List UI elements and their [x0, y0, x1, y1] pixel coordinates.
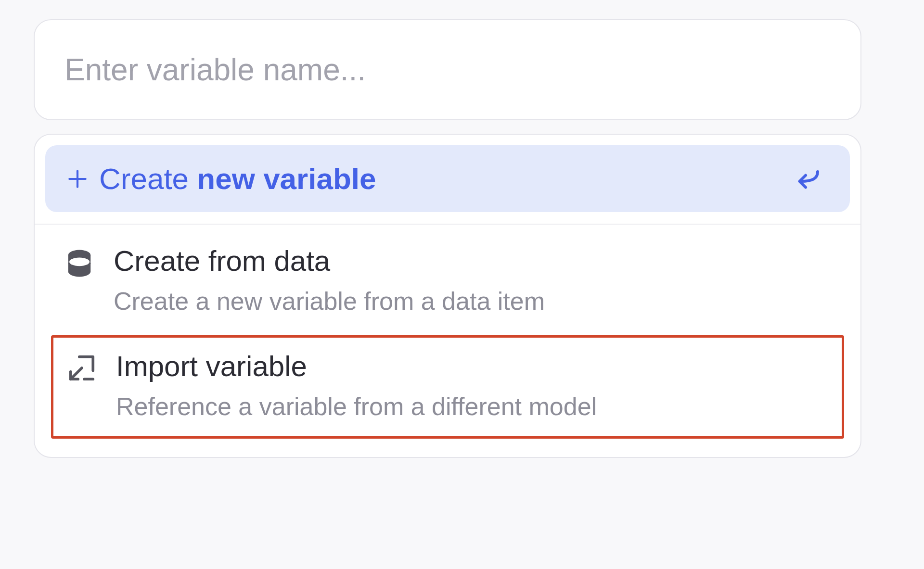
database-icon	[64, 244, 114, 279]
enter-key-icon	[786, 164, 825, 193]
import-variable-highlight: Import variable Reference a variable fro…	[51, 335, 844, 439]
create-new-bold: new variable	[197, 162, 376, 195]
import-variable-subtitle: Reference a variable from a different mo…	[116, 391, 822, 423]
svg-point-5	[69, 258, 90, 266]
create-new-variable-option[interactable]: Create new variable	[45, 145, 850, 212]
variable-name-input-wrapper[interactable]	[34, 19, 861, 120]
svg-line-6	[71, 368, 82, 379]
create-new-variable-label: Create new variable	[99, 162, 786, 196]
options-panel: Create new variable	[34, 134, 861, 458]
create-from-data-text: Create from data Create a new variable f…	[114, 244, 831, 318]
create-new-prefix: Create	[99, 162, 197, 195]
create-from-data-title: Create from data	[114, 244, 831, 278]
import-icon	[67, 349, 116, 383]
create-from-data-subtitle: Create a new variable from a data item	[114, 285, 831, 318]
create-from-data-option[interactable]: Create from data Create a new variable f…	[45, 225, 850, 335]
import-variable-title: Import variable	[116, 349, 822, 384]
variable-name-input[interactable]	[64, 52, 831, 88]
import-variable-text: Import variable Reference a variable fro…	[116, 349, 822, 423]
variable-creator-dropdown: Create new variable	[34, 19, 861, 458]
import-variable-option[interactable]: Import variable Reference a variable fro…	[53, 341, 842, 437]
plus-icon	[65, 167, 99, 191]
